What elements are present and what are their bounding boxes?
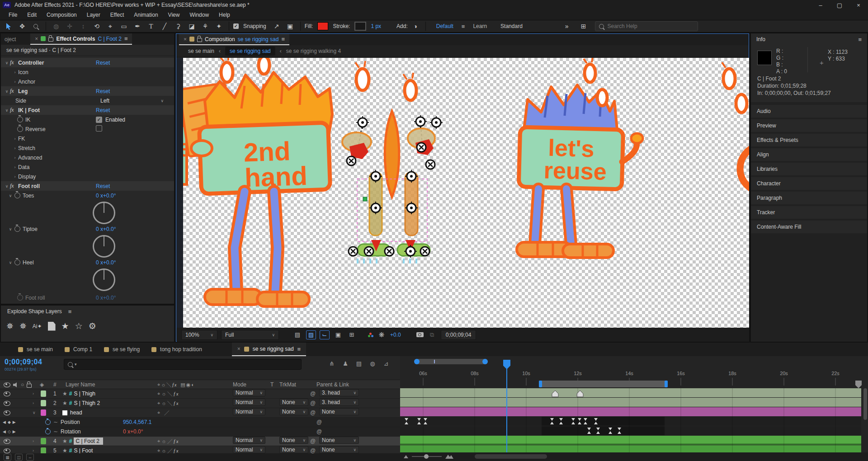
side-dropdown[interactable]: Left∨ [96,98,164,104]
timeline-tab[interactable]: Comp 1 [65,343,92,356]
pickwhip-icon[interactable]: @ [310,438,316,444]
trkmat-dropdown[interactable]: None∨ [279,446,308,453]
rotate-tool-icon[interactable]: ⟲ [91,21,103,31]
stopwatch-icon[interactable] [45,419,51,425]
trkmat-dropdown[interactable]: None∨ [279,399,308,406]
exposure-icon[interactable]: ❋ [377,330,387,339]
label-chip[interactable] [41,400,46,406]
eraser-tool-icon[interactable]: ◪ [186,21,198,31]
parent-dropdown[interactable]: 3. head∨ [319,389,359,396]
heel-angle-value[interactable]: 0 x+0.0° [96,259,116,266]
parent-dropdown[interactable]: 3. head∨ [319,399,359,406]
work-area-bar[interactable] [539,381,668,387]
navigator-start-handle[interactable] [414,359,420,364]
layer-row-2[interactable]: › 2 ★# S | Thigh 2 ⌖☼╲fx Normal∨ None∨ @… [0,399,400,408]
timeline-tab[interactable]: se se flying [104,343,140,356]
pickwhip-icon[interactable]: @ [310,400,316,406]
timeline-tab[interactable]: se se main [18,343,53,356]
project-tab-partial[interactable]: oject [1,36,19,42]
stopwatch-icon[interactable] [17,117,23,122]
panel-header-effects-presets[interactable]: Effects & Presets [751,134,867,146]
time-navigator[interactable] [414,359,488,364]
pixel-aspect-icon[interactable]: ⊞ [347,330,357,339]
type-tool-icon[interactable]: T [145,21,157,31]
toggle-transfer-icon[interactable]: ◫ [15,454,23,461]
transparency-grid-icon[interactable]: ▨ [306,330,316,339]
search-help-box[interactable] [595,21,698,31]
close-tab-icon[interactable]: × [237,346,241,352]
layer-name-column[interactable]: Layer Name [66,380,95,389]
resolution-dropdown[interactable]: Full∨ [221,330,279,340]
menu-effect[interactable]: Effect [105,12,129,18]
orbit-camera-tool-icon[interactable]: ◍ [50,21,62,31]
timeline-search-box[interactable]: ▾ [64,359,302,370]
viewer-timecode[interactable]: 0;00;09;04 [441,330,476,340]
roto-brush-tool-icon[interactable]: ⚘ [199,21,211,31]
workspace-menu-icon[interactable]: ≡ [462,23,465,30]
rig-controller-icon[interactable] [349,247,358,256]
parent-dropdown[interactable]: None∨ [319,437,359,444]
tiptoe-angle-value[interactable]: 0 x+0.0° [96,226,116,232]
right-character[interactable]: let's reuse [517,58,643,258]
panel-menu-icon[interactable]: ≡ [281,36,285,42]
workspace-overflow-icon[interactable]: » [565,23,569,30]
delete-file-icon[interactable] [48,322,56,331]
mode-dropdown[interactable]: Normal∨ [233,437,265,444]
reverse-checkbox[interactable] [96,125,102,132]
timeline-track-area[interactable]: 06s 08s 10s 12s 14s 16s 18s 20s 22s [400,343,868,461]
parent-link-column[interactable]: Parent & Link [316,380,349,389]
panel-header-paragraph[interactable]: Paragraph [751,192,867,204]
rig-controller-icon[interactable] [420,247,429,256]
layer-name[interactable]: S | Thigh [74,390,95,397]
layer-bar-head[interactable] [400,407,861,416]
menu-file[interactable]: File [4,12,22,18]
menu-window[interactable]: Window [184,12,214,18]
zoom-dropdown[interactable]: 100%∨ [181,330,217,340]
navigator-end-handle[interactable] [482,359,488,364]
panel-menu-icon[interactable]: ≡ [297,346,301,353]
pickwhip-icon[interactable]: @ [310,409,316,416]
eye-icon[interactable] [4,439,10,444]
tiptoe-angle-dial[interactable] [93,235,115,258]
effect-row-controller[interactable]: ∨fxController Reset [1,58,174,67]
gear-icon[interactable]: ⚙ [89,321,96,331]
brush-tool-icon[interactable]: ╱ [159,21,170,31]
effect-row-stretch[interactable]: ›Stretch [1,143,174,153]
mode-column[interactable]: Mode [233,380,246,389]
rig-controller-icon[interactable] [385,247,394,256]
workspace-default[interactable]: Default [436,23,453,29]
zoom-tool-icon[interactable] [30,21,42,31]
lock-icon[interactable] [197,38,202,42]
effect-row-display[interactable]: ›Display [1,172,174,181]
pan-behind-tool-icon[interactable]: ⌖ [104,21,116,31]
fill-swatch[interactable] [317,22,328,30]
effect-row-toes[interactable]: ∨ Toes 0 x+0.0° [1,191,174,200]
label-chip[interactable] [41,438,46,444]
show-snapshot-icon[interactable]: ⧉ [427,330,437,339]
search-help-input[interactable] [607,23,685,30]
eye-icon[interactable] [4,401,10,406]
grid-options-icon[interactable]: ▤ [292,330,302,339]
snapping-checkbox[interactable]: ✓ [233,24,239,29]
timeline-tab[interactable]: tong hop tradition [151,343,202,356]
effect-row-foot-roll[interactable]: ∨fxFoot roll Reset [1,181,174,191]
reset-link[interactable]: Reset [96,183,110,189]
layer-row-5[interactable]: › 5 ★# S | Foot ⌖☼╱fx Normal∨ None∨ @ No… [0,446,400,453]
layer-name[interactable]: head [70,409,82,416]
add-shape-icon[interactable]: ◑ [410,21,421,31]
layer-name[interactable]: S | Thigh 2 [74,400,100,406]
trkmat-column[interactable]: TrkMat [279,380,296,389]
star-filled-icon[interactable]: ★ [61,321,69,331]
eye-icon[interactable] [4,391,10,396]
mode-dropdown[interactable]: Normal∨ [233,399,265,406]
eye-icon[interactable] [4,448,10,453]
puppet-pin-tool-icon[interactable]: ✦ [213,21,225,31]
effect-row-ik-foot[interactable]: ∨fxIK | Foot Reset [1,105,174,115]
minimize-button[interactable]: – [811,2,830,9]
rotation-value[interactable]: 0 x+0.0° [123,427,143,436]
effect-row-ik[interactable]: IK ✓ Enabled [1,115,174,124]
breadcrumb-item-active[interactable]: se se rigging sad [225,47,275,56]
rig-green-handle[interactable] [363,197,367,201]
stroke-swatch[interactable] [354,22,366,31]
workspace-grid-icon[interactable]: ⊞ [578,21,590,31]
